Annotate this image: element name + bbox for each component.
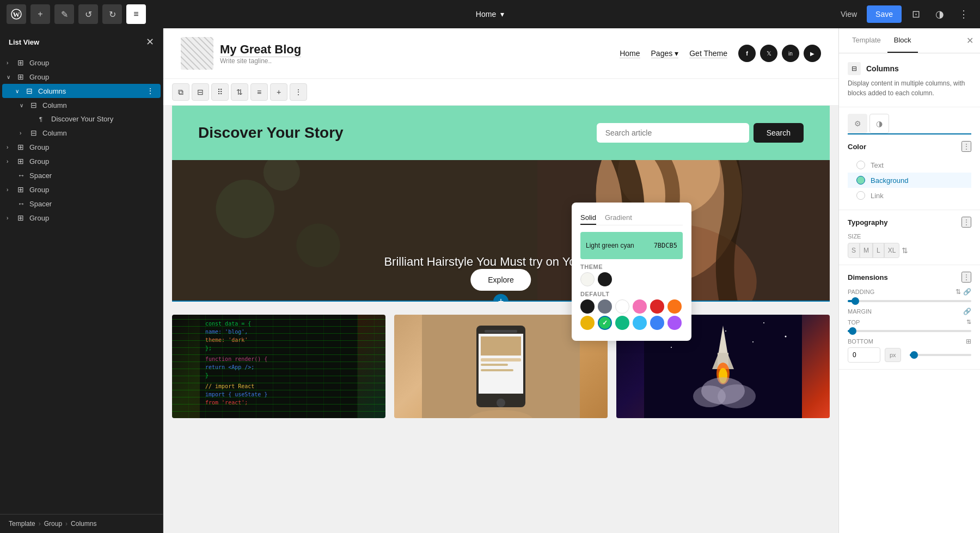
template-tab[interactable]: Template bbox=[846, 28, 887, 53]
color-white[interactable] bbox=[615, 299, 629, 314]
size-xl-button[interactable]: XL bbox=[884, 243, 900, 258]
undo-button[interactable]: ↺ bbox=[78, 4, 98, 24]
styles-tab[interactable]: ◑ bbox=[869, 114, 889, 133]
bottom-thumb[interactable] bbox=[910, 351, 918, 359]
size-m-button[interactable]: M bbox=[860, 243, 873, 258]
bottom-value-input[interactable] bbox=[848, 347, 880, 363]
tree-item-spacer2[interactable]: ↔ Spacer bbox=[0, 197, 163, 211]
theme-toggle-button[interactable]: ◑ bbox=[930, 4, 950, 24]
tree-item-group3[interactable]: › ⊞ Group bbox=[0, 140, 163, 154]
template-icon-button[interactable]: ⊡ bbox=[906, 4, 926, 24]
nav-pages[interactable]: Pages ▾ bbox=[651, 49, 679, 58]
color-black[interactable] bbox=[580, 299, 595, 314]
view-button[interactable]: View bbox=[835, 7, 862, 22]
color-purple[interactable] bbox=[667, 316, 682, 330]
size-s-button[interactable]: S bbox=[848, 243, 860, 258]
search-input[interactable] bbox=[597, 123, 749, 143]
color-blue[interactable] bbox=[650, 316, 664, 330]
align-button[interactable]: ≡ bbox=[250, 83, 268, 101]
instagram-icon[interactable]: in bbox=[782, 45, 799, 62]
facebook-icon[interactable]: f bbox=[738, 45, 756, 62]
solid-tab[interactable]: Solid bbox=[580, 211, 596, 225]
tree-item-columns[interactable]: ∨ ⊟ Columns ⋮ bbox=[2, 84, 161, 98]
svg-text:};: }; bbox=[205, 345, 212, 351]
svg-text:name: 'blog',: name: 'blog', bbox=[205, 329, 248, 335]
nav-get-theme[interactable]: Get Theme bbox=[689, 49, 727, 58]
search-button[interactable]: Search bbox=[754, 123, 804, 143]
block-tab[interactable]: Block bbox=[887, 28, 918, 53]
typography-section-header: Typography ⋮ bbox=[848, 217, 971, 228]
block-info-header: ⊟ Columns bbox=[848, 62, 971, 75]
top-margin-thumb[interactable] bbox=[849, 327, 856, 335]
margin-link-button[interactable]: 🔗 bbox=[963, 308, 971, 315]
color-orange[interactable] bbox=[667, 299, 682, 314]
banner-search-area: Search bbox=[597, 123, 804, 143]
chevron-down-icon: ∨ bbox=[7, 74, 15, 80]
options-button[interactable]: ⋮ bbox=[290, 83, 307, 101]
redo-button[interactable]: ↻ bbox=[102, 4, 122, 24]
svg-text:// import React: // import React bbox=[205, 383, 254, 389]
edit-button[interactable]: ✎ bbox=[54, 4, 74, 24]
size-l-button[interactable]: L bbox=[873, 243, 884, 258]
youtube-icon[interactable]: ▶ bbox=[804, 45, 821, 62]
padding-link-button[interactable]: 🔗 bbox=[963, 288, 971, 296]
size-settings-button[interactable]: ⇅ bbox=[902, 246, 908, 255]
color-emerald[interactable] bbox=[615, 316, 629, 330]
wp-logo[interactable]: W bbox=[7, 4, 26, 24]
list-view-button[interactable]: ≡ bbox=[126, 4, 146, 24]
more-options-button[interactable]: ⋮ bbox=[954, 4, 973, 24]
color-yellow[interactable] bbox=[580, 316, 595, 330]
color-link-row[interactable]: Link bbox=[848, 188, 971, 203]
bottom-slider-track[interactable] bbox=[910, 354, 971, 356]
dropdown-icon[interactable]: ▾ bbox=[500, 10, 504, 19]
color-more-button[interactable]: ⋮ bbox=[961, 141, 971, 152]
post-card-tech[interactable]: const data = { name: 'blog', theme: 'dar… bbox=[172, 315, 385, 418]
tree-item-spacer1[interactable]: ↔ Spacer bbox=[0, 168, 163, 182]
color-text-row[interactable]: Text bbox=[848, 157, 971, 173]
breadcrumb-columns[interactable]: Columns bbox=[71, 520, 96, 528]
padding-thumb[interactable] bbox=[852, 297, 859, 305]
tree-item-group5[interactable]: › ⊞ Group bbox=[0, 182, 163, 197]
color-background-row[interactable]: Background bbox=[848, 173, 971, 188]
tree-item-column1[interactable]: ∨ ⊟ Column bbox=[0, 98, 163, 112]
top-settings-button[interactable]: ⇅ bbox=[966, 318, 971, 326]
save-button[interactable]: Save bbox=[867, 5, 902, 23]
duplicate-button[interactable]: ⧉ bbox=[172, 83, 189, 101]
drag-handle-button[interactable]: ⠿ bbox=[211, 83, 229, 101]
blog-logo-area: My Great Blog Write site tagline.. bbox=[181, 37, 301, 70]
panel-close-button[interactable]: ✕ bbox=[966, 28, 973, 53]
typography-more-button[interactable]: ⋮ bbox=[961, 217, 971, 228]
color-swatch-dark[interactable] bbox=[598, 272, 612, 286]
up-down-button[interactable]: ⇅ bbox=[231, 83, 248, 101]
more-icon[interactable]: ⋮ bbox=[146, 87, 154, 95]
color-red[interactable] bbox=[650, 299, 664, 314]
bottom-icon-button[interactable]: ⊞ bbox=[966, 338, 971, 345]
twitter-icon[interactable]: 𝕏 bbox=[760, 45, 777, 62]
tree-item-group2[interactable]: ∨ ⊞ Group bbox=[0, 70, 163, 84]
dimensions-more-button[interactable]: ⋮ bbox=[961, 272, 971, 283]
settings-tab[interactable]: ⚙ bbox=[848, 114, 867, 133]
tree-item-group1[interactable]: › ⊞ Group bbox=[0, 56, 163, 70]
color-pink[interactable] bbox=[633, 299, 647, 314]
columns-icon: ⊟ bbox=[26, 87, 36, 95]
breadcrumb-template[interactable]: Template bbox=[9, 520, 35, 528]
sidebar-close-button[interactable]: ✕ bbox=[146, 36, 154, 48]
tree-item-group4[interactable]: › ⊞ Group bbox=[0, 154, 163, 168]
tree-item-discover[interactable]: ¶ Discover Your Story bbox=[0, 112, 163, 126]
explore-button[interactable]: Explore bbox=[470, 269, 531, 291]
tree-item-group6[interactable]: › ⊞ Group bbox=[0, 211, 163, 225]
add-block-button[interactable]: + bbox=[30, 4, 50, 24]
padding-settings-button[interactable]: ⇅ bbox=[955, 288, 961, 296]
padding-track[interactable] bbox=[848, 300, 971, 302]
nav-home[interactable]: Home bbox=[620, 49, 640, 58]
columns-layout-button[interactable]: ⊟ bbox=[192, 83, 209, 101]
color-sky[interactable] bbox=[633, 316, 647, 330]
add-button[interactable]: + bbox=[270, 83, 287, 101]
gradient-tab[interactable]: Gradient bbox=[605, 211, 632, 225]
breadcrumb-group[interactable]: Group bbox=[44, 520, 62, 528]
color-green-selected[interactable]: ✓ bbox=[598, 316, 612, 330]
color-swatch-light[interactable] bbox=[580, 272, 595, 286]
color-gray[interactable] bbox=[598, 299, 612, 314]
tree-item-column2[interactable]: › ⊟ Column bbox=[0, 126, 163, 140]
top-margin-track[interactable] bbox=[848, 330, 971, 332]
